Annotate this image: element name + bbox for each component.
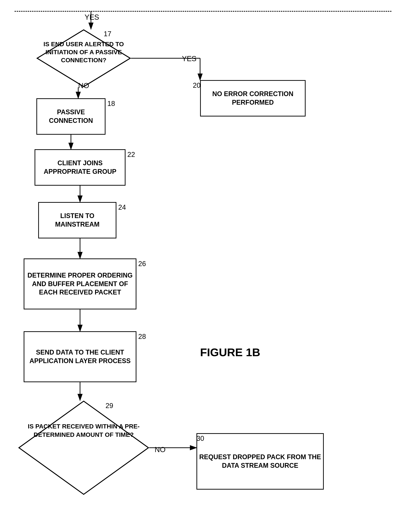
- box-18: PASSIVE CONNECTION: [36, 98, 106, 135]
- label-no-29: NO: [155, 445, 166, 454]
- box-20-text: NO ERROR CORRECTION PERFORMED: [201, 90, 305, 107]
- box-26-text: DETERMINE PROPER ORDERING AND BUFFER PLA…: [24, 271, 136, 297]
- ref-22: 22: [127, 151, 135, 159]
- diamond-29: [18, 400, 149, 495]
- ref-24: 24: [118, 203, 126, 211]
- box-24: LISTEN TO MAINSTREAM: [38, 202, 116, 238]
- diamond-29-text: IS PACKET RECEIVED WITHIN A PRE-DETERMIN…: [21, 422, 146, 439]
- ref-26: 26: [138, 260, 146, 268]
- label-yes-1: YES: [182, 55, 196, 63]
- box-28: SEND DATA TO THE CLIENT APPLICATION LAYE…: [24, 331, 137, 382]
- box-18-text: PASSIVE CONNECTION: [37, 108, 105, 125]
- label-no-1: NO: [78, 81, 89, 90]
- diamond-17-text: IS END USER ALERTED TO INITIATION OF A P…: [38, 40, 129, 64]
- figure-label: FIGURE 1B: [200, 346, 260, 359]
- box-28-text: SEND DATA TO THE CLIENT APPLICATION LAYE…: [24, 348, 136, 365]
- box-26: DETERMINE PROPER ORDERING AND BUFFER PLA…: [24, 259, 137, 310]
- dashed-line: [14, 11, 392, 12]
- box-24-text: LISTEN TO MAINSTREAM: [39, 212, 116, 229]
- ref-20: 20: [193, 81, 200, 89]
- box-22: CLIENT JOINS APPROPRIATE GROUP: [35, 149, 125, 186]
- box-20: NO ERROR CORRECTION PERFORMED: [200, 80, 306, 117]
- ref-18: 18: [107, 100, 115, 108]
- box-22-text: CLIENT JOINS APPROPRIATE GROUP: [35, 159, 125, 176]
- label-yes-top: YES: [85, 13, 99, 21]
- ref-29: 29: [106, 402, 113, 410]
- diagram-container: YES 17 IS END USER ALERTED TO INITIATION…: [0, 0, 406, 532]
- svg-marker-1: [19, 401, 148, 494]
- box-30-text: REQUEST DROPPED PACK FROM THE DATA STREA…: [197, 453, 323, 470]
- box-30: REQUEST DROPPED PACK FROM THE DATA STREA…: [196, 433, 324, 490]
- ref-30: 30: [196, 435, 204, 443]
- ref-28: 28: [138, 333, 146, 340]
